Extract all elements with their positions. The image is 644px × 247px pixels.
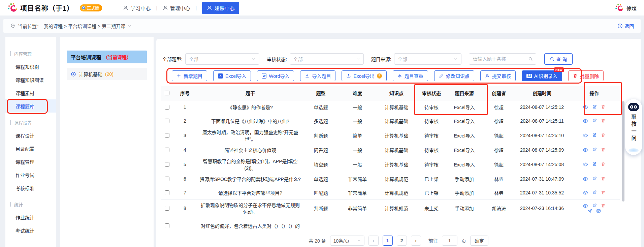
help-icon[interactable]: ? (377, 73, 382, 79)
row-checkbox[interactable] (165, 177, 169, 181)
upload-icon (346, 73, 351, 78)
send-icon[interactable] (587, 209, 592, 213)
question-type-select[interactable]: 全部 (185, 53, 259, 65)
view-icon[interactable] (583, 203, 588, 209)
edit-icon[interactable] (592, 147, 597, 153)
question-table: 序号 题干 题型 难度 知识点 审核状态 题目来源 创建者 创建时间 操作 (161, 86, 620, 234)
table-row: 4 简述社会主义核心价值观 问答题 一般 计算机基础 待审核 Excel导入 徐… (161, 143, 620, 157)
ai-recognition-button[interactable]: Ai AI识别录入 NEW (522, 70, 562, 81)
question-source-select[interactable]: 全部 (394, 53, 461, 65)
edit-icon[interactable] (592, 203, 597, 209)
assistant-widget[interactable]: 职教一问 (625, 99, 642, 155)
expand-icon[interactable] (71, 71, 76, 77)
row-checkbox[interactable] (165, 206, 169, 211)
sidebar-item-question-bank[interactable]: 课程题库 (5, 99, 56, 113)
delete-icon[interactable] (601, 203, 606, 209)
sidebar-item-homework-exam[interactable]: 作业考试 (5, 168, 56, 181)
page-button-2[interactable]: 2 (397, 236, 407, 246)
delete-icon[interactable] (601, 147, 606, 153)
view-icon[interactable] (583, 118, 588, 124)
stem-search-box (469, 53, 536, 65)
view-icon[interactable] (583, 176, 588, 182)
nav-divider: | (156, 5, 157, 10)
submit-review-button[interactable]: 提交审核 (480, 70, 516, 81)
edit-icon[interactable] (592, 162, 597, 167)
back-button[interactable]: 返回 (617, 23, 634, 29)
nav-learning-center[interactable]: 学习中心 (123, 4, 151, 11)
robot-icon (627, 102, 640, 112)
delete-icon[interactable] (601, 104, 606, 110)
row-checkbox[interactable] (165, 148, 169, 152)
table-scrollbar[interactable] (622, 101, 624, 202)
confirm-button[interactable]: 确定 (470, 236, 488, 246)
delete-icon[interactable] (601, 133, 606, 138)
sidebar-item-homework-stats[interactable]: 作业统计 (5, 211, 56, 224)
next-page-button[interactable]: › (411, 236, 421, 246)
sidebar-item-catalog-config[interactable]: 目录配置 (5, 142, 56, 155)
chevron-down-icon (356, 57, 360, 61)
duplicate-check-button[interactable]: 题目查重 (393, 70, 428, 81)
breadcrumb: 当前位置： 我的课程 > 平台培训课程 > 第二期开课 返回 (3, 19, 641, 33)
select-all-checkbox[interactable] (165, 91, 169, 95)
col-status: 审核状态 (417, 86, 446, 100)
card-icon[interactable] (596, 209, 601, 213)
row-checkbox[interactable] (165, 223, 169, 228)
row-checkbox[interactable] (165, 133, 169, 138)
sidebar: 内容管理 课程知识树 课程知识图谱 课程素材 课程题库 课程设置 课程设计 目录… (5, 37, 56, 247)
edit-icon[interactable] (592, 118, 597, 124)
prev-page-button[interactable]: ‹ (368, 236, 379, 246)
question-bank-panel: 全部题型: 全部 审核状态: 全部 题目来源: 全部 查 询 (156, 39, 641, 247)
page-size-select[interactable]: 10条/页 (330, 236, 364, 246)
breadcrumb-path[interactable]: 我的课程 > 平台培训课程 > 第二期开课 (44, 23, 125, 29)
user-menu[interactable]: 徐超 (615, 3, 637, 12)
pagination: 共 20 条 10条/页 ‹ 1 2 › 前往 页 确定 (156, 234, 641, 247)
review-status-select[interactable]: 全部 (290, 53, 364, 65)
sidebar-item-knowledge-tree[interactable]: 课程知识树 (5, 60, 56, 73)
edit-icon[interactable] (592, 190, 597, 195)
view-icon[interactable] (583, 104, 588, 110)
view-icon[interactable] (583, 133, 588, 138)
word-import-button[interactable]: W Word导入 (257, 70, 294, 81)
sidebar-item-assessment-standard[interactable]: 考核标准 (5, 181, 56, 194)
add-question-button[interactable]: 新增题目 (172, 70, 207, 81)
view-icon[interactable] (583, 162, 588, 167)
row-checkbox[interactable] (165, 162, 169, 167)
row-checkbox[interactable] (165, 190, 169, 195)
search-icon[interactable] (528, 57, 533, 61)
sidebar-item-knowledge-graph[interactable]: 课程知识图谱 (5, 73, 56, 86)
sidebar-item-course-design[interactable]: 课程设计 (5, 129, 56, 142)
chevron-down-icon[interactable] (128, 24, 132, 28)
edit-icon[interactable] (592, 104, 597, 110)
tree-node-computer-basics[interactable]: 计算机基础 (20) (67, 68, 147, 80)
edit-icon[interactable] (592, 133, 597, 138)
sidebar-item-course-material[interactable]: 课程素材 (5, 86, 56, 99)
delete-icon[interactable] (601, 190, 606, 195)
view-icon[interactable] (583, 190, 588, 195)
row-checkbox[interactable] (165, 119, 169, 123)
page-button-1[interactable]: 1 (383, 236, 393, 246)
delete-icon[interactable] (601, 176, 606, 182)
goto-page-input[interactable] (442, 236, 457, 246)
current-course[interactable]: 平台培训课程 （当前课程） (67, 51, 147, 63)
view-icon[interactable] (583, 147, 588, 153)
row-checkbox[interactable] (165, 105, 169, 110)
stem-cell: 《静夜思》的作者是? (197, 100, 303, 114)
delete-icon[interactable] (601, 162, 606, 167)
download-icon (305, 73, 310, 78)
query-button[interactable]: 查 询 (544, 53, 573, 65)
excel-export-button[interactable]: Excel导出 ? (342, 70, 386, 81)
sidebar-item-exam-stats[interactable]: 考试统计 (5, 224, 56, 237)
nav-course-builder[interactable]: 建课中心 (202, 2, 239, 14)
source-filter-label: 题目来源: (371, 56, 391, 62)
stem-search-input[interactable] (472, 56, 528, 62)
nav-admin-center[interactable]: 管理中心 (163, 4, 190, 11)
edit-icon[interactable] (592, 176, 597, 182)
modify-knowledge-button[interactable]: 修改知识点 (434, 70, 474, 81)
excel-import-button[interactable]: X Excel导入 (213, 70, 251, 81)
delete-icon[interactable] (601, 118, 606, 124)
type-filter-label: 全部题型: (162, 56, 183, 62)
import-questions-button[interactable]: 导入题目 (300, 70, 335, 81)
col-difficulty: 难度 (339, 86, 376, 100)
batch-delete-button[interactable]: 批量删除 (568, 70, 604, 81)
sidebar-item-course-mgmt[interactable]: 课程管理 (5, 155, 56, 168)
